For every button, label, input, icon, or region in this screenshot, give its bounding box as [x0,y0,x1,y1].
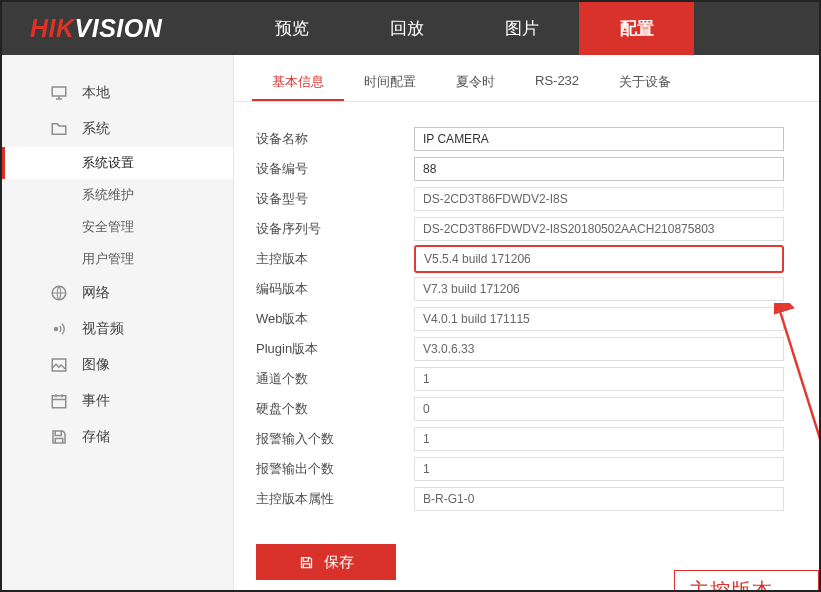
sidebar-item-image[interactable]: 图像 [2,347,233,383]
topbar: HIKVISION 预览 回放 图片 配置 [2,2,819,55]
svg-rect-3 [52,396,66,408]
sidebar-sub-users[interactable]: 用户管理 [2,243,233,275]
tab-rs232[interactable]: RS-232 [515,63,599,101]
device-no-input[interactable] [414,157,784,181]
sidebar-item-label: 系统 [82,120,110,138]
field-web: Web版本 [256,304,819,334]
brand-logo: HIKVISION [2,14,234,43]
sidebar-item-label: 网络 [82,284,110,302]
sidebar-item-storage[interactable]: 存储 [2,419,233,455]
alarm-in-input [414,427,784,451]
nav-picture[interactable]: 图片 [464,2,579,55]
sidebar-item-system[interactable]: 系统 [2,111,233,147]
sidebar-item-label: 图像 [82,356,110,374]
tab-dst[interactable]: 夏令时 [436,63,515,101]
content-pane: 基本信息 时间配置 夏令时 RS-232 关于设备 设备名称 设备编号 设备型号 [234,55,819,590]
annotation-note: 主控版本V5.5.0以上 [674,570,819,592]
sidebar-sub-security[interactable]: 安全管理 [2,211,233,243]
sidebar-item-label: 本地 [82,84,110,102]
fw-property-input [414,487,784,511]
top-nav: 预览 回放 图片 配置 [234,2,694,55]
field-model: 设备型号 [256,184,819,214]
sidebar-item-av[interactable]: 视音频 [2,311,233,347]
globe-icon [50,284,68,302]
field-hdd: 硬盘个数 [256,394,819,424]
field-plugin: Plugin版本 [256,334,819,364]
tabs: 基本信息 时间配置 夏令时 RS-232 关于设备 [234,63,819,102]
tab-about[interactable]: 关于设备 [599,63,691,101]
save-button[interactable]: 保存 [256,544,396,580]
field-alarm-in: 报警输入个数 [256,424,819,454]
plugin-input [414,337,784,361]
sidebar-sub-system-maintenance[interactable]: 系统维护 [2,179,233,211]
sidebar-item-local[interactable]: 本地 [2,75,233,111]
tab-time-settings[interactable]: 时间配置 [344,63,436,101]
web-input [414,307,784,331]
field-encoding: 编码版本 [256,274,819,304]
nav-playback[interactable]: 回放 [349,2,464,55]
calendar-icon [50,392,68,410]
svg-rect-2 [52,359,66,371]
sidebar: 本地 系统 系统设置 系统维护 安全管理 用户管理 网络 视音频 [2,55,234,590]
field-device-no: 设备编号 [256,154,819,184]
field-serial: 设备序列号 [256,214,819,244]
device-name-input[interactable] [414,127,784,151]
field-channels: 通道个数 [256,364,819,394]
sidebar-item-network[interactable]: 网络 [2,275,233,311]
monitor-icon [50,84,68,102]
sidebar-item-label: 事件 [82,392,110,410]
field-firmware: 主控版本 [256,244,819,274]
field-fw-property: 主控版本属性 [256,484,819,514]
wave-icon [50,320,68,338]
channels-input [414,367,784,391]
model-input [414,187,784,211]
sidebar-sub-system-settings[interactable]: 系统设置 [2,147,233,179]
sidebar-item-label: 视音频 [82,320,124,338]
sidebar-item-label: 存储 [82,428,110,446]
save-icon [299,555,314,570]
hdd-input [414,397,784,421]
field-alarm-out: 报警输出个数 [256,454,819,484]
field-device-name: 设备名称 [256,124,819,154]
tab-basic-info[interactable]: 基本信息 [252,63,344,101]
sidebar-item-event[interactable]: 事件 [2,383,233,419]
folder-icon [50,120,68,138]
nav-config[interactable]: 配置 [579,2,694,55]
encoding-input [414,277,784,301]
svg-point-1 [54,327,59,332]
save-icon [50,428,68,446]
firmware-input [414,245,784,273]
image-icon [50,356,68,374]
alarm-out-input [414,457,784,481]
serial-input [414,217,784,241]
form-basic-info: 设备名称 设备编号 设备型号 设备序列号 主控版本 [234,102,819,514]
nav-preview[interactable]: 预览 [234,2,349,55]
